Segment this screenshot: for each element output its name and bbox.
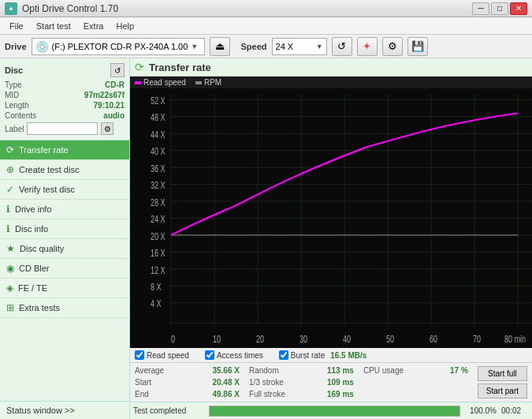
settings-button[interactable]: ⚙ xyxy=(382,37,403,56)
transfer-rate-icon: ⟳ xyxy=(6,144,14,155)
chart-svg: 52 X 48 X 44 X 40 X 36 X 32 X 28 X 24 X … xyxy=(130,88,532,348)
random-val: 113 ms xyxy=(327,366,354,375)
svg-text:70: 70 xyxy=(473,333,481,344)
time-display: 00:02 xyxy=(501,406,529,415)
checkboxes-row: Read speed Access times Burst rate 16.5 … xyxy=(130,348,532,363)
disc-title: Disc xyxy=(5,65,23,75)
stats-col-middle: Random 113 ms 1/3 stroke 109 ms Full str… xyxy=(244,363,359,402)
legend-rpm: RPM xyxy=(195,78,221,87)
disc-label-input[interactable] xyxy=(27,122,98,135)
disc-label-key: Label xyxy=(5,125,24,133)
access-times-checkbox[interactable] xyxy=(205,350,214,360)
disc-panel: Disc ↺ Type CD-R MID 97m22s67f Length 79… xyxy=(0,58,129,140)
svg-text:40 X: 40 X xyxy=(151,146,166,157)
nav-item-extra-tests[interactable]: ⊞ Extra tests xyxy=(0,298,129,318)
drive-info-icon: ℹ xyxy=(6,204,10,215)
menu-extra[interactable]: Extra xyxy=(77,20,110,32)
disc-length-val: 79:10.21 xyxy=(94,101,125,110)
chart-title-icon: ⟳ xyxy=(135,61,144,73)
chart-area: 52 X 48 X 44 X 40 X 36 X 32 X 28 X 24 X … xyxy=(130,88,532,348)
menu-start-test[interactable]: Start test xyxy=(30,20,77,32)
average-val: 35.66 X xyxy=(212,366,239,375)
start-val: 20.48 X xyxy=(212,378,239,387)
create-test-disc-icon: ⊕ xyxy=(6,164,14,175)
app-title: Opti Drive Control 1.70 xyxy=(22,3,118,14)
drive-select[interactable]: 💿 (F:) PLEXTOR CD-R PX-240A 1.00 ▼ xyxy=(32,38,205,55)
cpu-usage-key: CPU usage xyxy=(363,366,404,375)
save-button[interactable]: 💾 xyxy=(407,37,428,56)
nav-item-drive-info[interactable]: ℹ Drive info xyxy=(0,200,129,219)
one-third-stroke-val: 109 ms xyxy=(327,378,354,387)
disc-label-icon[interactable]: ⚙ xyxy=(101,122,113,135)
burst-rate-checkbox[interactable] xyxy=(279,350,288,360)
svg-text:20 X: 20 X xyxy=(151,230,166,241)
nav-item-transfer-rate[interactable]: ⟳ Transfer rate xyxy=(0,140,129,160)
nav-label-verify-test-disc: Verify test disc xyxy=(19,185,75,194)
nav-item-disc-info[interactable]: ℹ Disc info xyxy=(0,219,129,239)
random-key: Random xyxy=(249,366,279,375)
menu-file[interactable]: File xyxy=(3,20,30,32)
menu-bar: File Start test Extra Help xyxy=(0,17,532,35)
disc-contents-key: Contents xyxy=(5,111,36,120)
svg-text:80 min: 80 min xyxy=(504,333,526,344)
maximize-button[interactable]: □ xyxy=(491,2,508,15)
svg-text:8 X: 8 X xyxy=(151,281,162,292)
legend-rpm-label: RPM xyxy=(204,78,221,87)
drive-value: (F:) PLEXTOR CD-R PX-240A 1.00 xyxy=(52,42,188,51)
eject-button[interactable]: ⏏ xyxy=(210,37,230,56)
cd-bler-icon: ◉ xyxy=(6,263,14,274)
svg-text:20: 20 xyxy=(256,333,264,344)
disc-contents-val: audio xyxy=(103,111,125,120)
full-stroke-key: Full stroke xyxy=(249,390,285,398)
read-speed-checkbox[interactable] xyxy=(135,350,144,360)
legend-read-speed-label: Read speed xyxy=(143,78,186,87)
nav-label-drive-info: Drive info xyxy=(15,204,51,214)
stats-col-right: CPU usage 17 % xyxy=(359,363,473,402)
start-key: Start xyxy=(135,378,151,387)
full-stroke-val: 169 ms xyxy=(327,390,354,398)
access-times-checkbox-label: Access times xyxy=(217,351,263,360)
refresh-button[interactable]: ↺ xyxy=(332,37,352,56)
svg-text:28 X: 28 X xyxy=(151,196,166,208)
speed-value: 24 X xyxy=(276,42,294,51)
nav-item-create-test-disc[interactable]: ⊕ Create test disc xyxy=(0,160,129,180)
svg-text:30: 30 xyxy=(299,333,307,344)
nav-item-disc-quality[interactable]: ★ Disc quality xyxy=(0,239,129,259)
average-key: Average xyxy=(135,366,164,375)
status-text: Test completed xyxy=(133,406,204,415)
progress-bar-container xyxy=(209,406,460,417)
sidebar-nav: ⟳ Transfer rate ⊕ Create test disc ✓ Ver… xyxy=(0,140,129,401)
drive-dropdown-arrow: ▼ xyxy=(191,43,198,51)
nav-item-cd-bler[interactable]: ◉ CD Bler xyxy=(0,259,129,279)
action-buttons: Start full Start part xyxy=(473,363,532,402)
start-part-button[interactable]: Start part xyxy=(478,383,527,398)
svg-text:32 X: 32 X xyxy=(151,180,166,191)
svg-text:12 X: 12 X xyxy=(151,264,166,275)
chart-header: ⟳ Transfer rate xyxy=(130,58,532,77)
menu-help[interactable]: Help xyxy=(110,20,140,32)
svg-text:40: 40 xyxy=(343,333,351,344)
main-layout: Disc ↺ Type CD-R MID 97m22s67f Length 79… xyxy=(0,58,532,419)
legend-read-speed: Read speed xyxy=(135,78,186,87)
nav-item-fe-te[interactable]: ◈ FE / TE xyxy=(0,279,129,298)
svg-text:24 X: 24 X xyxy=(151,214,166,225)
speed-select[interactable]: 24 X ▼ xyxy=(272,38,327,55)
minimize-button[interactable]: ─ xyxy=(472,2,489,15)
stats-rows: Average 35.66 X Start 20.48 X End 49.86 … xyxy=(130,363,532,402)
drive-label: Drive xyxy=(5,42,27,51)
rpm-color xyxy=(195,81,202,84)
status-window-button[interactable]: Status window >> xyxy=(0,401,129,419)
read-speed-checkbox-label: Read speed xyxy=(147,351,189,360)
disc-info-icon: ℹ xyxy=(6,223,10,234)
nav-label-create-test-disc: Create test disc xyxy=(19,165,79,174)
disc-refresh-button[interactable]: ↺ xyxy=(110,63,125,77)
window-controls: ─ □ ✕ xyxy=(472,2,527,15)
nav-item-verify-test-disc[interactable]: ✓ Verify test disc xyxy=(0,180,129,200)
erase-button[interactable]: ✦ xyxy=(357,37,378,56)
title-bar: ● Opti Drive Control 1.70 ─ □ ✕ xyxy=(0,0,532,17)
close-button[interactable]: ✕ xyxy=(510,2,527,15)
start-full-button[interactable]: Start full xyxy=(478,366,527,381)
svg-text:48 X: 48 X xyxy=(151,112,166,123)
svg-text:16 X: 16 X xyxy=(151,248,166,259)
access-times-checkbox-item: Access times xyxy=(205,350,263,360)
